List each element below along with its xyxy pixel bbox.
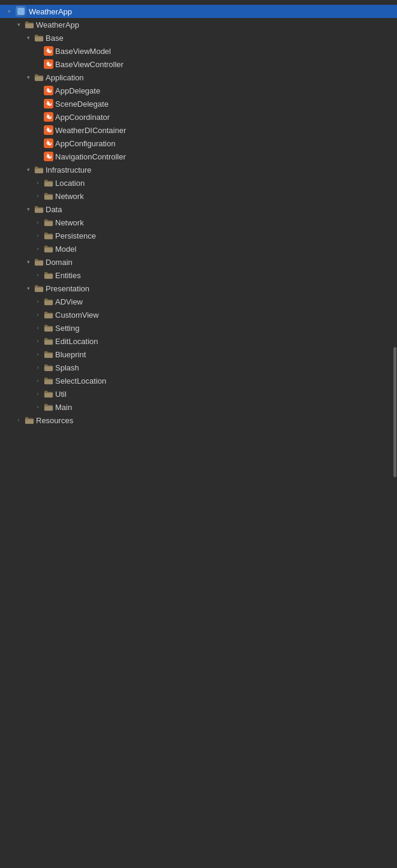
list-item[interactable]: Setting bbox=[0, 321, 397, 334]
folder-icon bbox=[34, 165, 44, 174]
list-item[interactable]: SelectLocation bbox=[0, 374, 397, 387]
folder-icon bbox=[44, 389, 53, 399]
list-item[interactable]: WeatherApp bbox=[0, 18, 397, 31]
swift-icon bbox=[44, 112, 53, 122]
chevron-icon[interactable] bbox=[34, 324, 42, 332]
chevron-icon[interactable] bbox=[24, 205, 32, 213]
item-label: AppConfiguration bbox=[55, 139, 115, 148]
item-label: CustomView bbox=[55, 311, 99, 320]
item-label: AppCoordinator bbox=[55, 113, 110, 122]
item-label: Application bbox=[46, 73, 84, 82]
list-item[interactable]: Resources bbox=[0, 414, 397, 427]
scrollbar-thumb[interactable] bbox=[393, 347, 396, 477]
chevron-icon[interactable] bbox=[34, 245, 42, 253]
list-item[interactable]: EditLocation bbox=[0, 334, 397, 348]
item-label: BaseViewModel bbox=[55, 47, 111, 56]
chevron-icon[interactable] bbox=[24, 34, 32, 42]
list-item[interactable]: CustomView bbox=[0, 308, 397, 321]
chevron-icon[interactable] bbox=[34, 403, 42, 411]
list-item[interactable]: AppCoordinator bbox=[0, 110, 397, 123]
scrollbar-track[interactable] bbox=[392, 0, 397, 868]
swift-icon bbox=[44, 152, 53, 161]
list-item[interactable]: NavigationController bbox=[0, 150, 397, 163]
folder-icon bbox=[25, 415, 34, 425]
item-label: WeatherApp bbox=[36, 20, 79, 29]
chevron-icon[interactable] bbox=[34, 179, 42, 187]
item-label: Base bbox=[46, 34, 64, 43]
folder-icon bbox=[44, 191, 53, 201]
list-item[interactable]: Entities bbox=[0, 269, 397, 282]
chevron-icon[interactable] bbox=[24, 165, 32, 174]
list-item[interactable]: BaseViewModel bbox=[0, 44, 397, 58]
item-label: Domain bbox=[46, 258, 73, 267]
chevron-icon[interactable] bbox=[14, 416, 23, 424]
swift-icon bbox=[44, 86, 53, 95]
list-item[interactable]: Network bbox=[0, 189, 397, 203]
swift-icon bbox=[44, 125, 53, 135]
folder-icon bbox=[44, 310, 53, 320]
item-label: Util bbox=[55, 390, 67, 399]
chevron-icon[interactable] bbox=[34, 337, 42, 345]
list-item[interactable]: Data bbox=[0, 203, 397, 216]
list-item[interactable]: Network bbox=[0, 216, 397, 229]
list-item[interactable]: AppConfiguration bbox=[0, 137, 397, 150]
list-item[interactable]: SceneDelegate bbox=[0, 97, 397, 110]
folder-icon bbox=[44, 363, 53, 372]
folder-icon bbox=[44, 297, 53, 306]
list-item[interactable]: Model bbox=[0, 242, 397, 255]
folder-icon bbox=[34, 284, 44, 293]
chevron-icon[interactable] bbox=[34, 218, 42, 227]
chevron-icon[interactable] bbox=[34, 363, 42, 372]
list-item[interactable]: Base bbox=[0, 31, 397, 44]
list-item[interactable]: Application bbox=[0, 71, 397, 84]
folder-icon bbox=[34, 204, 44, 214]
item-label: SelectLocation bbox=[55, 376, 106, 385]
folder-icon bbox=[34, 257, 44, 267]
item-label: Persistence bbox=[55, 231, 96, 240]
root-label: WeatherApp bbox=[29, 7, 72, 16]
item-label: Resources bbox=[36, 416, 73, 425]
item-label: Entities bbox=[55, 271, 81, 280]
swift-icon bbox=[44, 138, 53, 148]
folder-icon bbox=[44, 270, 53, 280]
root-item[interactable]: WeatherApp bbox=[0, 5, 397, 18]
item-label: NavigationController bbox=[55, 152, 126, 161]
item-label: Setting bbox=[55, 324, 79, 333]
root-chevron[interactable] bbox=[5, 7, 13, 16]
list-item[interactable]: ADView bbox=[0, 295, 397, 308]
list-item[interactable]: Persistence bbox=[0, 229, 397, 242]
list-item[interactable]: AppDelegate bbox=[0, 84, 397, 97]
item-label: SceneDelegate bbox=[55, 100, 109, 108]
chevron-icon[interactable] bbox=[24, 258, 32, 266]
chevron-icon[interactable] bbox=[34, 271, 42, 279]
list-item[interactable]: WeatherDIContainer bbox=[0, 123, 397, 137]
list-item[interactable]: Location bbox=[0, 176, 397, 189]
list-item[interactable]: BaseViewController bbox=[0, 58, 397, 71]
list-item[interactable]: Infrastructure bbox=[0, 163, 397, 176]
item-label: Network bbox=[55, 192, 84, 201]
chevron-icon[interactable] bbox=[34, 297, 42, 306]
list-item[interactable]: Blueprint bbox=[0, 348, 397, 361]
list-item[interactable]: Presentation bbox=[0, 282, 397, 295]
item-label: WeatherDIContainer bbox=[55, 126, 126, 135]
chevron-icon[interactable] bbox=[34, 192, 42, 200]
folder-icon bbox=[34, 73, 44, 82]
list-item[interactable]: Util bbox=[0, 387, 397, 400]
list-item[interactable]: Main bbox=[0, 400, 397, 414]
chevron-icon[interactable] bbox=[24, 73, 32, 82]
swift-icon bbox=[44, 99, 53, 108]
chevron-icon[interactable] bbox=[34, 350, 42, 358]
chevron-icon[interactable] bbox=[34, 390, 42, 398]
folder-icon bbox=[44, 231, 53, 240]
chevron-icon[interactable] bbox=[14, 20, 23, 29]
chevron-icon[interactable] bbox=[34, 311, 42, 319]
chevron-icon[interactable] bbox=[34, 231, 42, 240]
item-label: AppDelegate bbox=[55, 86, 100, 95]
item-label: Presentation bbox=[46, 284, 89, 293]
list-item[interactable]: Splash bbox=[0, 361, 397, 374]
chevron-icon[interactable] bbox=[24, 284, 32, 293]
list-item[interactable]: Domain bbox=[0, 255, 397, 269]
folder-icon bbox=[44, 376, 53, 385]
item-label: Location bbox=[55, 179, 85, 188]
chevron-icon[interactable] bbox=[34, 376, 42, 385]
